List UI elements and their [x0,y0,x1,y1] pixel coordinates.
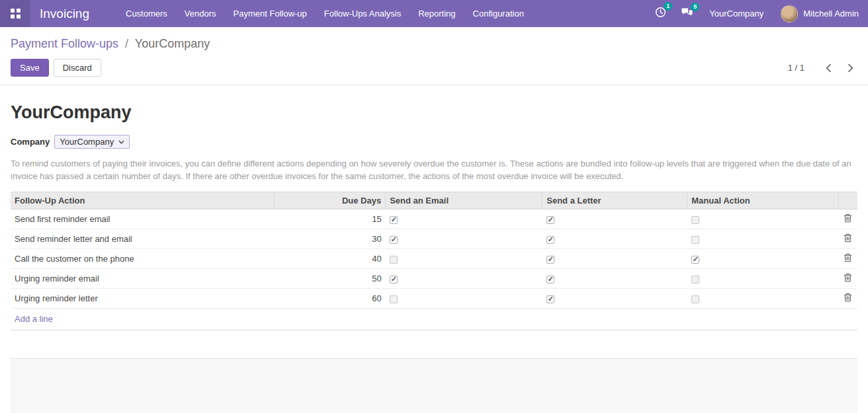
discard-button[interactable]: Discard [54,59,101,77]
main-menu: Customers Vendors Payment Follow-up Foll… [117,0,533,27]
manual-action-checkbox[interactable] [691,256,699,264]
manual-action-checkbox[interactable] [691,236,699,244]
add-a-line-link[interactable]: Add a line [15,314,53,324]
header-followup-action: Follow-Up Action [11,192,275,209]
activity-count-badge: 1 [664,2,672,11]
user-name: Mitchell Admin [803,9,859,19]
page-title: YourCompany [11,85,857,135]
form-sheet: YourCompany Company YourCompany To remin… [0,85,868,413]
breadcrumb: Payment Follow-ups / YourCompany [0,27,868,51]
followup-table: Follow-Up Action Due Days Send an Email … [11,192,857,330]
user-avatar [781,5,798,22]
add-line-row: Add a line [11,309,857,330]
send-email-checkbox[interactable] [390,276,398,283]
table-row[interactable]: Urging reminder email 50 [11,269,857,289]
delete-row-icon[interactable] [844,233,852,243]
manual-action-checkbox[interactable] [691,216,699,224]
user-menu[interactable]: Mitchell Admin [781,5,859,22]
header-manual-action: Manual Action [687,192,839,209]
send-email-checkbox[interactable] [390,216,398,224]
row-due-days-cell[interactable]: 40 [275,249,386,269]
menu-follow-ups-analysis[interactable]: Follow-Ups Analysis [316,0,410,27]
send-letter-checkbox[interactable] [546,256,554,264]
bottom-filler [11,358,857,413]
send-email-checkbox[interactable] [390,295,398,303]
table-row[interactable]: Call the customer on the phone 40 [11,249,857,269]
top-navbar: Invoicing Customers Vendors Payment Foll… [0,0,868,27]
delete-row-icon[interactable] [844,213,852,223]
company-field-row: Company YourCompany [11,135,857,149]
row-action-cell[interactable]: Send first reminder email [11,209,275,229]
menu-payment-follow-up[interactable]: Payment Follow-up [225,0,316,27]
navbar-right: 1 5 YourCompany Mitchell Admin [640,5,868,22]
row-due-days-cell[interactable]: 60 [275,289,386,309]
delete-row-icon[interactable] [844,253,852,262]
table-header-row: Follow-Up Action Due Days Send an Email … [11,192,857,209]
table-row[interactable]: Send first reminder email 15 [11,209,857,229]
messages-count-badge: 5 [691,3,699,11]
company-select[interactable]: YourCompany [54,135,130,149]
header-actions-spacer [839,192,857,209]
row-action-cell[interactable]: Urging reminder email [11,269,275,289]
send-email-checkbox[interactable] [390,236,398,244]
apps-grid-icon [11,9,21,19]
app-name[interactable]: Invoicing [40,7,89,21]
row-action-cell[interactable]: Send reminder letter and email [11,229,275,249]
pager: 1 / 1 [788,62,857,74]
table-row[interactable]: Send reminder letter and email 30 [11,229,857,249]
pager-next-button[interactable] [844,62,857,74]
pager-value[interactable]: 1 / 1 [788,63,804,73]
chevron-down-icon [118,140,124,144]
breadcrumb-separator: / [125,37,128,50]
menu-customers[interactable]: Customers [117,0,176,27]
save-button[interactable]: Save [11,59,49,77]
messages-button[interactable]: 5 [681,7,693,20]
delete-row-icon[interactable] [844,293,852,302]
row-due-days-cell[interactable]: 15 [275,209,386,229]
apps-menu-button[interactable] [0,0,30,27]
header-send-a-letter: Send a Letter [542,192,687,209]
activities-button[interactable]: 1 [655,7,666,20]
header-send-an-email: Send an Email [386,192,542,209]
company-switcher[interactable]: YourCompany [709,9,763,19]
row-due-days-cell[interactable]: 30 [275,229,386,249]
manual-action-checkbox[interactable] [691,295,699,303]
send-letter-checkbox[interactable] [546,295,554,303]
pager-previous-button[interactable] [822,62,836,74]
breadcrumb-current: YourCompany [135,37,210,50]
followup-table-container: Follow-Up Action Due Days Send an Email … [11,192,857,330]
send-email-checkbox[interactable] [390,256,398,264]
followup-table-body: Send first reminder email 15 Send remind… [11,209,857,309]
company-select-value: YourCompany [60,137,114,147]
company-field-label: Company [11,137,50,147]
manual-action-checkbox[interactable] [691,276,699,283]
send-letter-checkbox[interactable] [546,216,554,224]
row-action-cell[interactable]: Urging reminder letter [11,289,275,309]
menu-vendors[interactable]: Vendors [176,0,225,27]
control-bar: Save Discard 1 / 1 [0,51,868,85]
menu-reporting[interactable]: Reporting [410,0,464,27]
menu-configuration[interactable]: Configuration [464,0,533,27]
breadcrumb-parent-link[interactable]: Payment Follow-ups [11,37,118,50]
delete-row-icon[interactable] [844,273,852,282]
send-letter-checkbox[interactable] [546,276,554,283]
send-letter-checkbox[interactable] [546,236,554,244]
table-row[interactable]: Urging reminder letter 60 [11,289,857,309]
header-due-days: Due Days [275,192,386,209]
row-action-cell[interactable]: Call the customer on the phone [11,249,275,269]
followup-description: To remind customers of paying their invo… [11,157,857,182]
row-due-days-cell[interactable]: 50 [275,269,386,289]
